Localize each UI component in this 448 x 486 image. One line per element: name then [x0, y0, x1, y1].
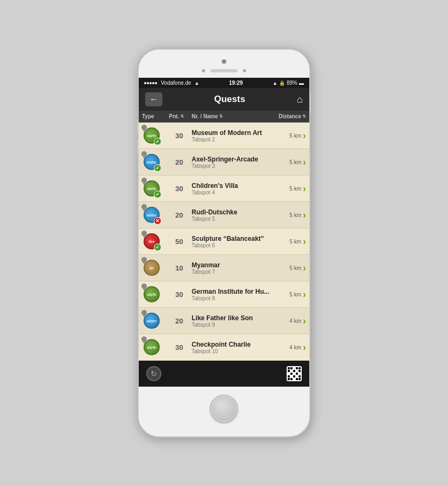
sort-points-icon[interactable]: ⇅ [180, 114, 184, 119]
quest-row[interactable]: air10MyanmarTabspot 75 km› [139, 255, 309, 281]
location-icon: ▲ [273, 80, 277, 86]
quest-name-label: Axel-Springer-Arcade [192, 156, 274, 163]
distance-cell: 4 km› [274, 315, 306, 327]
quest-row[interactable]: earth✓30Children's VillaTabspot 45 km› [139, 176, 309, 202]
distance-value: 5 km [289, 186, 301, 192]
type-icon: fire✓ [142, 232, 161, 251]
quest-sub-label: Tabspot 5 [192, 216, 274, 222]
name-cell: Checkpoint CharlieTabspot 10 [189, 341, 274, 354]
quest-sub-label: Tabspot 9 [192, 322, 274, 328]
refresh-icon: ↻ [146, 366, 161, 381]
distance-value: 5 km [289, 159, 301, 165]
name-cell: Museum of Modern ArtTabspot 2 [189, 129, 274, 143]
quest-row[interactable]: water20Like Father like SonTabspot 94 km… [139, 308, 309, 334]
phone-bottom [139, 387, 309, 436]
volume-up-button[interactable] [137, 120, 139, 135]
chevron-right-icon: › [303, 289, 306, 300]
col-points: Pnt. ⇅ [169, 113, 189, 119]
quest-row[interactable]: fire✓50Sculpture “Balanceakt”Tabspot 65 … [139, 228, 309, 255]
svg-marker-3 [142, 156, 146, 159]
svg-marker-17 [142, 341, 146, 344]
quest-name-label: Museum of Modern Art [192, 129, 274, 137]
earpiece-speaker [211, 69, 237, 72]
distance-value: 5 km [289, 265, 301, 271]
points-cell: 20 [169, 158, 189, 166]
home-button-nav[interactable]: ⌂ [297, 94, 303, 105]
battery-label: 89% [287, 80, 297, 86]
power-button[interactable] [309, 93, 311, 114]
screen: Vodafone.de ▲ 19:29 ▲ 🔒 89% ▬ ← Quests ⌂… [139, 78, 309, 387]
quest-sub-label: Tabspot 6 [192, 242, 274, 248]
quest-sub-label: Tabspot 8 [192, 295, 274, 301]
swirl-button[interactable]: ↻ [145, 365, 162, 382]
distance-value: 5 km [289, 133, 301, 139]
distance-value: 4 km [289, 318, 301, 324]
points-cell: 10 [169, 264, 189, 272]
distance-cell: 5 km› [274, 262, 306, 274]
sort-name-icon[interactable]: ⇅ [219, 114, 223, 119]
home-hardware-button[interactable] [210, 395, 238, 423]
distance-value: 5 km [289, 239, 301, 245]
chevron-right-icon: › [303, 157, 306, 168]
front-camera [222, 59, 226, 64]
quest-row[interactable]: earth30German Institute for Hu...Tabspot… [139, 281, 309, 308]
home-button-inner [212, 397, 236, 421]
name-cell: Children's VillaTabspot 4 [189, 182, 274, 195]
chevron-right-icon: › [303, 236, 306, 247]
type-icon: water✕ [142, 205, 161, 225]
points-cell: 30 [169, 185, 189, 193]
sort-distance-icon[interactable]: ⇅ [302, 114, 306, 119]
qr-button[interactable] [286, 365, 303, 382]
distance-cell: 4 km› [274, 342, 306, 353]
carrier-name: Vodafone.de [161, 80, 191, 86]
svg-marker-13 [142, 288, 146, 291]
status-check-badge: ✓ [154, 138, 161, 145]
status-check-badge: ✓ [154, 244, 161, 251]
quest-name-label: Children's Villa [192, 182, 274, 190]
distance-cell: 5 km› [274, 130, 306, 141]
quest-sub-label: Tabspot 2 [192, 137, 274, 143]
quest-row[interactable]: water✓20Axel-Springer-ArcadeTabspot 35 k… [139, 149, 309, 176]
volume-down-button[interactable] [137, 139, 139, 154]
qr-code-icon [287, 366, 302, 381]
points-cell: 20 [169, 211, 189, 219]
name-cell: German Institute for Hu...Tabspot 8 [189, 288, 274, 301]
status-check-badge: ✓ [154, 164, 161, 172]
status-x-badge: ✕ [154, 217, 161, 225]
distance-cell: 5 km› [274, 289, 306, 300]
points-cell: 30 [169, 343, 189, 352]
navigation-bar: ← Quests ⌂ [139, 88, 309, 111]
svg-marker-7 [142, 208, 146, 212]
type-icon: water✓ [142, 152, 161, 172]
name-cell: Axel-Springer-ArcadeTabspot 3 [189, 156, 274, 169]
quest-name-label: Myanmar [192, 261, 274, 269]
table-header: Type Pnt. ⇅ Nr. / Name ⇅ Distance ⇅ [139, 111, 309, 123]
chevron-right-icon: › [303, 262, 306, 274]
quest-row[interactable]: earth✓30Museum of Modern ArtTabspot 25 k… [139, 123, 309, 149]
wifi-icon: ▲ [194, 80, 199, 86]
quest-sub-label: Tabspot 4 [192, 190, 274, 195]
distance-value: 4 km [289, 345, 301, 350]
quest-name-label: Rudi-Dutschke [192, 208, 274, 216]
quest-sub-label: Tabspot 7 [192, 269, 274, 275]
status-right: ▲ 🔒 89% ▬ [273, 80, 304, 86]
chevron-right-icon: › [303, 315, 306, 327]
quest-name-label: German Institute for Hu... [192, 288, 274, 295]
sensor-right [243, 69, 246, 72]
chevron-right-icon: › [303, 183, 306, 194]
lock-icon: 🔒 [279, 80, 285, 86]
phone-top [139, 50, 309, 78]
quest-sub-label: Tabspot 10 [192, 348, 274, 354]
points-cell: 20 [169, 317, 189, 325]
svg-marker-1 [142, 129, 146, 132]
chevron-right-icon: › [303, 342, 306, 353]
name-cell: Like Father like SonTabspot 9 [189, 314, 274, 328]
chevron-right-icon: › [303, 130, 306, 141]
quest-row[interactable]: earth30Checkpoint CharlieTabspot 104 km› [139, 334, 309, 361]
quest-sub-label: Tabspot 3 [192, 163, 274, 169]
chevron-right-icon: › [303, 210, 306, 221]
distance-cell: 5 km› [274, 157, 306, 168]
quest-name-label: Sculpture “Balanceakt” [192, 235, 274, 242]
quest-row[interactable]: water✕20Rudi-DutschkeTabspot 55 km› [139, 202, 309, 228]
back-button[interactable]: ← [145, 92, 162, 106]
